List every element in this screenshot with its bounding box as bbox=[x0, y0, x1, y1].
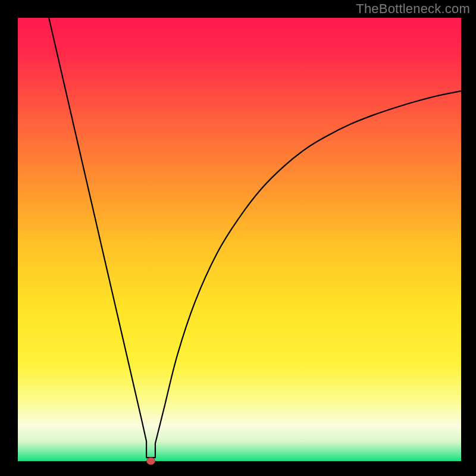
minimum-marker bbox=[147, 458, 155, 465]
bottleneck-chart bbox=[0, 0, 476, 476]
plot-background bbox=[18, 18, 461, 461]
watermark-text: TheBottleneck.com bbox=[356, 1, 470, 17]
chart-frame: TheBottleneck.com bbox=[0, 0, 476, 476]
